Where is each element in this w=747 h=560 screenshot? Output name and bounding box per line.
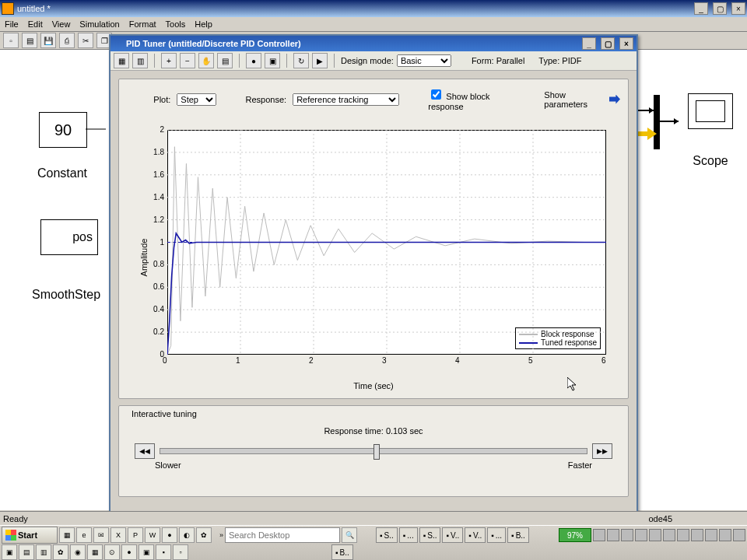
slider-slower-button[interactable]: ◀◀ <box>135 443 155 459</box>
show-parameters-link[interactable]: Show parameters <box>544 90 603 109</box>
open-icon[interactable]: ▤ <box>22 33 37 48</box>
tray-icon[interactable] <box>635 529 647 541</box>
taskbar-item[interactable]: ▪V.. <box>465 527 486 543</box>
quicklaunch-icon[interactable]: ▦ <box>59 527 75 543</box>
tray-icon[interactable] <box>593 529 605 541</box>
tray-icon[interactable] <box>621 529 633 541</box>
quicklaunch2-icon[interactable]: ▪ <box>156 544 171 560</box>
tray-icon[interactable] <box>607 529 619 541</box>
chart-plot[interactable]: Block response Tuned response <box>167 130 606 355</box>
tool-layout-icon[interactable]: ▦ <box>114 53 129 68</box>
quicklaunch2-icon[interactable]: ▣ <box>139 544 154 560</box>
pid-minimize-button[interactable]: _ <box>582 37 596 50</box>
tray-icon[interactable] <box>733 529 745 541</box>
y-tick: 1 <box>147 238 164 247</box>
tuning-panel: Interactive tuning Response time: 0.103 … <box>118 405 629 497</box>
quicklaunch-ppt-icon[interactable]: P <box>128 527 143 543</box>
taskbar-item[interactable]: ▪... <box>487 527 506 543</box>
tray-icon[interactable] <box>705 529 717 541</box>
quicklaunch-excel-icon[interactable]: X <box>110 527 126 543</box>
taskbar-item[interactable]: ▪V.. <box>442 527 463 543</box>
plot-panel: Plot: Step Response: Reference tracking … <box>118 79 629 399</box>
scope-block[interactable] <box>688 93 733 129</box>
quicklaunch2-icon[interactable]: ◉ <box>70 544 86 560</box>
quicklaunch2-icon[interactable]: ● <box>121 544 137 560</box>
tool-zoomin-icon[interactable]: + <box>161 53 177 68</box>
tray-icon[interactable] <box>649 529 661 541</box>
quicklaunch-mail-icon[interactable]: ✉ <box>93 527 109 543</box>
taskbar-item[interactable]: ▪B.. <box>507 527 529 543</box>
close-button[interactable]: × <box>731 2 745 15</box>
show-parameters-arrow-icon[interactable] <box>609 95 620 104</box>
quicklaunch-word-icon[interactable]: W <box>145 527 160 543</box>
tool-reset-icon[interactable]: ● <box>246 53 261 68</box>
smoothstep-block[interactable]: pos <box>40 219 98 255</box>
design-mode-label: Design mode: <box>341 56 394 65</box>
legend-tuned-label: Tuned response <box>541 338 597 347</box>
show-block-checkbox[interactable]: Show block response <box>428 87 515 111</box>
tool-refresh-icon[interactable]: ↻ <box>293 53 309 68</box>
taskbar-item-b[interactable]: ▪B.. <box>331 544 353 560</box>
menu-tools[interactable]: Tools <box>166 19 186 29</box>
x-tick: 4 <box>455 356 460 365</box>
tool-pan-icon[interactable]: ✋ <box>198 53 214 68</box>
quicklaunch2-icon[interactable]: ▥ <box>36 544 51 560</box>
quicklaunch-misc1-icon[interactable]: ● <box>162 527 177 543</box>
pid-tuner-window[interactable]: PID Tuner (untitled/Discrete PID Control… <box>109 34 638 513</box>
taskbar-item[interactable]: ▪S.. <box>376 527 398 543</box>
slider-faster-button[interactable]: ▶▶ <box>592 443 612 459</box>
tool-play-icon[interactable]: ▶ <box>312 53 328 68</box>
tray-icon[interactable] <box>663 529 675 541</box>
plot-select[interactable]: Step <box>177 93 216 106</box>
cut-icon[interactable]: ✂ <box>78 33 93 48</box>
status-ready: Ready <box>3 514 28 523</box>
quicklaunch-misc2-icon[interactable]: ◐ <box>179 527 195 543</box>
quicklaunch2-icon[interactable]: ⊙ <box>104 544 120 560</box>
quicklaunch-misc3-icon[interactable]: ✿ <box>196 527 212 543</box>
tray-icon[interactable] <box>677 529 689 541</box>
quicklaunch2-icon[interactable]: ▣ <box>2 544 17 560</box>
tool-export-icon[interactable]: ▥ <box>132 53 148 68</box>
response-select[interactable]: Reference tracking <box>293 93 399 106</box>
quicklaunch-ie-icon[interactable]: e <box>76 527 92 543</box>
tool-update-icon[interactable]: ▣ <box>265 53 280 68</box>
tray-icon[interactable] <box>691 529 703 541</box>
menu-view[interactable]: View <box>52 19 71 29</box>
print-icon[interactable]: ⎙ <box>59 33 75 48</box>
y-tick: 2 <box>147 125 164 134</box>
pid-titlebar[interactable]: PID Tuner (untitled/Discrete PID Control… <box>110 36 637 51</box>
tray-icon[interactable] <box>719 529 731 541</box>
y-tick: 1.8 <box>147 148 164 156</box>
constant-block[interactable]: 90 <box>39 112 87 148</box>
taskbar-item[interactable]: ▪S.. <box>419 527 441 543</box>
tuning-header: Interactive tuning <box>132 409 197 418</box>
maximize-button[interactable]: ▢ <box>713 2 727 15</box>
quicklaunch2-icon[interactable]: ▤ <box>19 544 34 560</box>
quicklaunch2-icon[interactable]: ✿ <box>53 544 68 560</box>
response-time-slider[interactable] <box>160 448 587 454</box>
search-go-icon[interactable]: 🔍 <box>342 527 357 543</box>
save-icon[interactable]: 💾 <box>40 33 56 48</box>
taskbar: Start ▦ e ✉ X P W ● ◐ ✿ » 🔍 ▪S.. ▪... ▪S… <box>0 525 747 560</box>
pid-icon <box>114 39 123 48</box>
tool-grid-icon[interactable]: ▤ <box>217 53 233 68</box>
menu-edit[interactable]: Edit <box>28 19 43 29</box>
taskbar-item[interactable]: ▪... <box>399 527 418 543</box>
pid-maximize-button[interactable]: ▢ <box>601 37 615 50</box>
search-input[interactable] <box>225 527 340 543</box>
plot-label: Plot: <box>153 95 170 104</box>
start-button[interactable]: Start <box>2 527 58 544</box>
menu-simulation[interactable]: Simulation <box>79 19 119 29</box>
new-icon[interactable]: ▫ <box>3 33 19 48</box>
pid-close-button[interactable]: × <box>619 37 633 50</box>
menu-file[interactable]: File <box>5 19 19 29</box>
tool-zoomout-icon[interactable]: − <box>180 53 195 68</box>
minimize-button[interactable]: _ <box>694 2 708 15</box>
quicklaunch2-icon[interactable]: ▫ <box>173 544 188 560</box>
menu-format[interactable]: Format <box>129 19 156 29</box>
menu-help[interactable]: Help <box>195 19 212 29</box>
design-mode-select[interactable]: Basic <box>397 54 451 67</box>
quicklaunch2-icon[interactable]: ▦ <box>87 544 103 560</box>
x-tick: 0 <box>163 356 167 365</box>
slider-thumb[interactable] <box>374 444 380 460</box>
